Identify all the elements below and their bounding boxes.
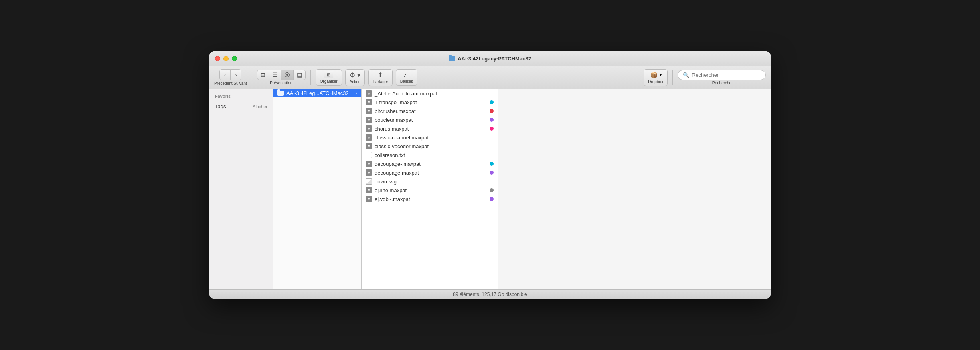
maxpat-file-icon: M — [366, 125, 372, 132]
balises-label: Balises — [400, 79, 413, 84]
tag-dot — [490, 100, 494, 104]
file-name: boucleur.maxpat — [375, 117, 487, 123]
maxpat-file-icon: M — [366, 143, 372, 149]
action-label: Action — [350, 80, 361, 84]
column-view-button[interactable]: ⦿ — [281, 70, 294, 80]
presentation-label: Présentation — [270, 81, 292, 85]
window-title-area: AAi-3.42Legacy-PATCHMac32 — [449, 56, 531, 62]
tag-icon: 🏷 — [403, 71, 410, 78]
col1-item-name: AAi-3.42Leg...ATCHMac32 — [286, 90, 354, 96]
tag-dot — [490, 109, 494, 113]
separator-2 — [310, 70, 311, 85]
list-item[interactable]: collsreson.txt — [362, 151, 498, 159]
column-1: AAi-3.42Leg...ATCHMac32 › — [273, 89, 362, 289]
tag-dot — [490, 118, 494, 122]
tags-button[interactable]: 🏷 Balises — [396, 69, 417, 86]
list-item[interactable]: M1-transpo-.maxpat — [362, 98, 498, 107]
finder-window: AAi-3.42Legacy-PATCHMac32 ‹ › Précédent/… — [209, 51, 771, 299]
prev-next-label: Précédent/Suivant — [214, 81, 247, 86]
fullscreen-button[interactable] — [232, 56, 237, 61]
title-folder-icon — [449, 56, 455, 61]
svg-file-icon — [366, 178, 372, 185]
file-name: decoupage-.maxpat — [375, 161, 487, 167]
list-item[interactable]: Mboucleur.maxpat — [362, 115, 498, 124]
file-name: ej.line.maxpat — [375, 187, 487, 193]
column1-selected-item[interactable]: AAi-3.42Leg...ATCHMac32 › — [273, 89, 361, 97]
maxpat-file-icon: M — [366, 169, 372, 176]
share-button[interactable]: ⬆ Partager — [368, 69, 392, 86]
partager-label: Partager — [373, 80, 388, 84]
columns-container: AAi-3.42Leg...ATCHMac32 › M_AtelierAudio… — [273, 89, 771, 289]
window-title: AAi-3.42Legacy-PATCHMac32 — [458, 56, 531, 62]
red-arrow-annotation — [498, 89, 498, 98]
list-item[interactable]: Mbitcrusher.maxpat — [362, 107, 498, 115]
icon-view-button[interactable]: ⊞ — [257, 70, 269, 80]
list-item[interactable]: Mdecoupage.maxpat — [362, 168, 498, 177]
nav-group: ‹ › Précédent/Suivant — [214, 69, 247, 86]
organiser-button[interactable]: ⊞ Organiser — [316, 69, 342, 86]
maxpat-file-icon: M — [366, 99, 372, 105]
status-bar: 89 éléments, 125,17 Go disponible — [209, 289, 771, 299]
file-name: down.svg — [375, 179, 494, 185]
title-bar: AAi-3.42Legacy-PATCHMac32 — [209, 51, 771, 66]
view-buttons: ⊞ ☰ ⦿ ▤ — [257, 70, 306, 80]
file-name: classic-vocoder.maxpat — [375, 143, 494, 149]
list-item[interactable]: M_AtelierAudioIrcam.maxpat — [362, 89, 498, 98]
search-icon: 🔍 — [683, 72, 689, 78]
column-2: M_AtelierAudioIrcam.maxpatM1-transpo-.ma… — [362, 89, 498, 289]
list-item[interactable]: Mchorus.maxpat — [362, 124, 498, 133]
dropbox-button[interactable]: 📦 ▾ Dropbox — [644, 69, 668, 86]
chevron-right-icon: › — [356, 91, 357, 95]
maxpat-file-icon: M — [366, 187, 372, 193]
organiser-icon: ⊞ — [324, 71, 333, 78]
file-name: classic-channel.maxpat — [375, 135, 494, 141]
search-input[interactable] — [692, 72, 761, 78]
file-name: 1-transpo-.maxpat — [375, 99, 487, 105]
file-name: ej.vdb~.maxpat — [375, 196, 487, 202]
search-box: 🔍 — [678, 70, 766, 80]
list-item[interactable]: down.svg — [362, 177, 498, 186]
list-item[interactable]: Mclassic-vocoder.maxpat — [362, 142, 498, 151]
file-name: collsreson.txt — [375, 152, 494, 158]
traffic-lights — [215, 56, 237, 61]
dropbox-label: Dropbox — [648, 80, 663, 84]
gear-icon: ⚙ ▾ — [350, 71, 360, 79]
action-button[interactable]: ⚙ ▾ Action — [345, 69, 365, 86]
minimize-button[interactable] — [223, 56, 229, 61]
dropbox-icon-area: 📦 ▾ — [650, 71, 662, 79]
forward-button[interactable]: › — [230, 69, 241, 80]
maxpat-file-icon: M — [366, 161, 372, 167]
cover-view-button[interactable]: ▤ — [294, 70, 305, 80]
tags-row: Tags Afficher — [209, 103, 273, 110]
search-area: 🔍 Recherche — [678, 70, 766, 85]
back-button[interactable]: ‹ — [219, 69, 231, 80]
close-button[interactable] — [215, 56, 220, 61]
tag-dot — [490, 188, 494, 192]
txt-file-icon — [366, 152, 372, 158]
dropbox-icon: 📦 — [650, 71, 658, 79]
share-icon: ⬆ — [378, 71, 383, 79]
toolbar: ‹ › Précédent/Suivant ⊞ ☰ ⦿ ▤ — [209, 66, 771, 89]
tag-dot — [490, 162, 494, 166]
organiser-label: Organiser — [320, 79, 338, 84]
tag-dot — [490, 197, 494, 201]
file-name: chorus.maxpat — [375, 126, 487, 132]
separator-3 — [672, 70, 673, 85]
sidebar: Favoris Tags Afficher — [209, 89, 273, 289]
list-item[interactable]: Mdecoupage-.maxpat — [362, 159, 498, 168]
file-name: decoupage.maxpat — [375, 170, 487, 176]
maxpat-file-icon: M — [366, 117, 372, 123]
tag-dot — [490, 171, 494, 175]
list-view-button[interactable]: ☰ — [269, 70, 281, 80]
list-item[interactable]: Mej.vdb~.maxpat — [362, 195, 498, 203]
maxpat-file-icon: M — [366, 90, 372, 97]
folder-icon — [277, 91, 284, 96]
maxpat-file-icon: M — [366, 108, 372, 114]
tags-label: Tags — [215, 103, 226, 109]
afficher-button[interactable]: Afficher — [253, 104, 267, 109]
favoris-label: Favoris — [209, 93, 273, 99]
list-item[interactable]: Mclassic-channel.maxpat — [362, 133, 498, 142]
list-item[interactable]: Mej.line.maxpat — [362, 186, 498, 195]
status-text: 89 éléments, 125,17 Go disponible — [453, 292, 527, 297]
maxpat-file-icon: M — [366, 134, 372, 141]
